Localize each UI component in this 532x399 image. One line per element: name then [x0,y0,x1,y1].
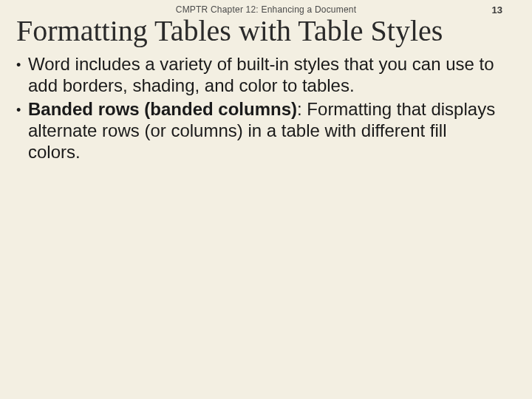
slide: CMPTR Chapter 12: Enhancing a Document 1… [0,0,532,399]
bullet-bold: Banded rows (banded columns) [28,99,297,119]
bullet-dot-icon: • [16,53,28,97]
bullet-item: • Word includes a variety of built-in st… [16,53,502,97]
bullet-text: Word includes a variety of built-in styl… [28,53,502,97]
bullet-item: • Banded rows (banded columns): Formatti… [16,98,502,163]
page-number: 13 [492,4,502,16]
bullet-rest: Word includes a variety of built-in styl… [28,54,494,95]
bullet-text: Banded rows (banded columns): Formatting… [28,98,502,163]
slide-body: • Word includes a variety of built-in st… [16,53,502,164]
bullet-dot-icon: • [16,98,28,163]
slide-title: Formatting Tables with Table Styles [16,13,443,48]
